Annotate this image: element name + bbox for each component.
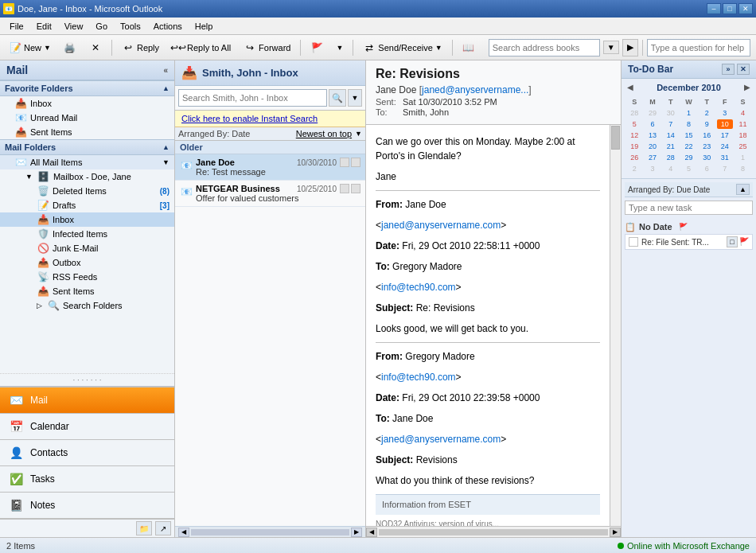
cal-day-5-jan[interactable]: 5 [680,164,697,173]
inbox-search-dropdown[interactable]: ▼ [348,89,362,107]
title-controls[interactable]: – □ ✕ [707,3,753,14]
help-search-input[interactable] [647,39,750,56]
scroll-right-btn[interactable]: ▶ [351,528,362,537]
cal-day-31[interactable]: 31 [717,153,734,162]
new-button[interactable]: 📝 New ▼ [3,38,57,57]
cal-day-16[interactable]: 16 [699,130,715,140]
inbox-search-input[interactable] [178,89,327,107]
scroll-left-btn[interactable]: ◀ [178,528,189,537]
email-item-jane-doe[interactable]: 📧 Jane Doe 10/30/2010 Re: Test message [175,154,365,181]
cal-day-30-nov[interactable]: 30 [662,108,679,118]
search-folders-expand[interactable]: ▷ [37,302,42,310]
close-button[interactable]: ✕ [738,3,753,14]
favorite-inbox[interactable]: 📥 Inbox [0,96,174,111]
nav-shortcut-btn[interactable]: ↗ [155,521,171,535]
flag-empty-2[interactable] [340,184,349,193]
from1-email-link[interactable]: janed@anyservername.com [381,220,501,231]
mailbox-expand-icon[interactable]: ▼ [25,173,33,181]
flag-mark-2[interactable] [351,184,360,193]
cal-day-7-jan[interactable]: 7 [717,164,734,173]
cal-day-3[interactable]: 3 [717,108,734,118]
flag-mark-1[interactable] [351,158,360,167]
cal-day-24[interactable]: 24 [717,142,734,151]
instant-search-bar[interactable]: Click here to enable Instant Search [175,111,365,127]
task-group-no-date-header[interactable]: 📋 No Date 🚩 [625,220,753,234]
forward-button[interactable]: ↪ Forward [238,38,296,57]
favorite-folders-header[interactable]: Favorite Folders ▲ [0,80,174,96]
email-item-netgear[interactable]: 📧 NETGEAR Business 10/25/2010 Offer for … [175,181,365,207]
cal-day-9[interactable]: 9 [699,119,715,129]
task-flag-1[interactable]: 🚩 [739,236,749,246]
mailbox-root-folder[interactable]: ▼ 🗄️ Mailbox - Doe, Jane [0,169,174,184]
cal-day-8-jan[interactable]: 8 [735,164,751,173]
reply-button[interactable]: ↩ Reply [116,38,165,57]
cal-day-4-jan[interactable]: 4 [662,164,679,173]
inbox-search-button[interactable]: 🔍 [329,89,346,107]
cal-day-28-nov[interactable]: 28 [626,108,643,118]
reading-from-email[interactable]: janed@anyservername... [422,84,528,95]
cal-day-19[interactable]: 19 [626,142,643,151]
task-action-btn-1[interactable]: □ [727,236,738,247]
menu-view[interactable]: View [58,20,90,33]
todo-expand-button[interactable]: » [722,64,735,75]
cal-day-7[interactable]: 7 [662,119,679,129]
favorite-unread-mail[interactable]: 📧 Unread Mail [0,111,174,125]
cal-day-2[interactable]: 2 [699,108,715,118]
cal-day-11[interactable]: 11 [735,119,751,129]
nav-folder-btn[interactable]: 📁 [136,521,152,535]
minimize-button[interactable]: – [707,3,721,14]
arrange-dropdown[interactable]: ▼ [355,130,362,138]
scrollbar-thumb[interactable] [611,126,620,150]
menu-tools[interactable]: Tools [114,20,147,33]
menu-help[interactable]: Help [189,20,220,33]
cal-day-5[interactable]: 5 [626,119,643,129]
nav-notes[interactable]: 📓 Notes [0,493,174,519]
cal-day-29-nov[interactable]: 29 [645,108,661,118]
flag-button[interactable]: 🚩 [305,38,329,57]
reading-pane-scrollbar[interactable] [610,125,621,526]
flag-empty-1[interactable] [340,158,349,167]
junk-email-folder[interactable]: 🚫 Junk E-Mail [0,241,174,255]
cal-day-25[interactable]: 25 [735,142,751,151]
inbox-folder[interactable]: 📥 Inbox [0,212,174,227]
todo-close-button[interactable]: ✕ [737,64,750,75]
cal-day-30[interactable]: 30 [699,153,715,162]
tasks-sort-button[interactable]: ▲ [736,184,750,195]
cal-day-1-jan[interactable]: 1 [735,153,751,162]
menu-go[interactable]: Go [89,20,114,33]
task-checkbox-1[interactable] [629,237,638,247]
address-search-go[interactable]: ▶ [622,39,638,56]
cal-day-22[interactable]: 22 [680,142,697,151]
cal-day-10-today[interactable]: 10 [717,119,734,129]
nav-contacts[interactable]: 👤 Contacts [0,440,174,466]
new-dropdown-arrow[interactable]: ▼ [44,44,51,52]
rss-feeds-folder[interactable]: 📡 RSS Feeds [0,270,174,284]
menu-actions[interactable]: Actions [147,20,189,33]
from2-email-link[interactable]: info@tech90.com [381,372,456,383]
address-book-button[interactable]: 📖 [457,38,481,57]
cal-prev-button[interactable]: ◀ [625,82,636,92]
search-folders-folder[interactable]: ▷ 🔍 Search Folders [0,298,174,313]
cal-day-15[interactable]: 15 [680,130,697,140]
arrange-value-button[interactable]: Newest on top [296,129,352,138]
cal-day-6[interactable]: 6 [645,119,661,129]
send-receive-button[interactable]: ⇄ Send/Receive ▼ [357,38,447,57]
cal-day-13[interactable]: 13 [645,130,661,140]
favorite-sent-items[interactable]: 📤 Sent Items [0,125,174,139]
cal-day-27[interactable]: 27 [645,153,661,162]
menu-file[interactable]: File [3,20,30,33]
cal-day-21[interactable]: 21 [662,142,679,151]
new-task-input[interactable] [625,201,753,215]
hscroll-right[interactable]: ▶ [610,528,621,537]
cal-day-17[interactable]: 17 [717,130,734,140]
cal-day-28[interactable]: 28 [662,153,679,162]
deleted-items-folder[interactable]: 🗑️ Deleted Items (8) [0,184,174,198]
cal-next-button[interactable]: ▶ [742,82,753,92]
reply-all-button[interactable]: ↩↩ Reply to All [166,38,236,57]
maximize-button[interactable]: □ [723,3,737,14]
cal-day-3-jan[interactable]: 3 [645,164,661,173]
to2-email-link[interactable]: janed@anyservername.com [381,434,501,445]
address-search-dropdown[interactable]: ▼ [603,41,619,54]
cal-day-23[interactable]: 23 [699,142,715,151]
drafts-folder[interactable]: 📝 Drafts [3] [0,198,174,212]
